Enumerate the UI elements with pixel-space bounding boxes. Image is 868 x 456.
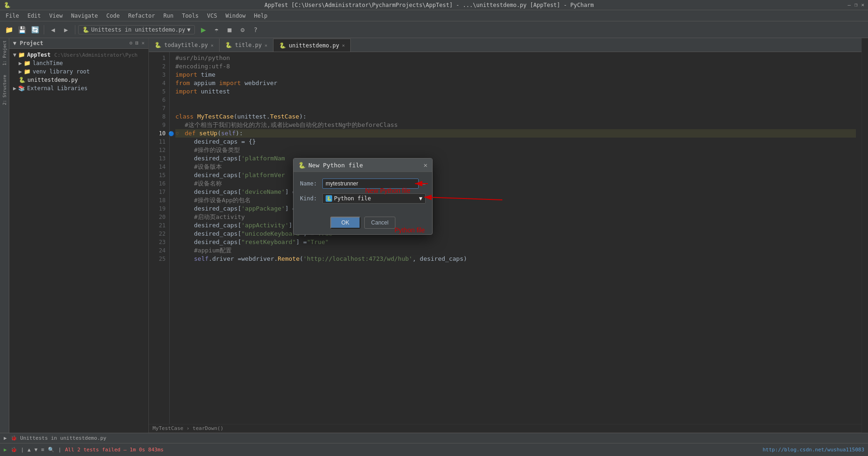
- menu-help[interactable]: Help: [250, 12, 271, 20]
- dialog-name-input[interactable]: [322, 178, 419, 189]
- toolbar-back-btn[interactable]: ◀: [47, 24, 59, 36]
- dialog-cancel-btn[interactable]: Cancel: [364, 217, 395, 229]
- lanchtime-label: lanchTime: [33, 60, 63, 66]
- menu-vcs[interactable]: VCS: [203, 12, 221, 20]
- toolbar-save-btn[interactable]: 💾: [16, 24, 28, 36]
- dialog-close-btn[interactable]: ✕: [424, 161, 427, 169]
- run-status-label: 🐞 Unittests in unittestdemo.py: [11, 435, 107, 441]
- tree-item-apptest[interactable]: ▼ 📁 AppTest C:\Users\Administrator\Pych: [9, 51, 148, 59]
- code-line-22: desired_caps["unicodeKeyboard"] = "True": [175, 230, 856, 238]
- dialog-title-icon: 🐍: [298, 162, 306, 169]
- tree-item-external-libs[interactable]: ▶ 📚 External Libraries: [9, 84, 148, 93]
- menu-bar: File Edit View Navigate Code Refactor Ru…: [0, 10, 868, 21]
- menu-navigate[interactable]: Navigate: [67, 12, 102, 20]
- coverage2-btn[interactable]: ⚙: [237, 24, 249, 36]
- toolbar-project-btn[interactable]: 📁: [3, 24, 15, 36]
- extlibs-folder-icon: 📚: [18, 85, 25, 92]
- dialog-kind-value: Python file: [334, 195, 371, 202]
- new-python-file-dialog[interactable]: 🐍 New Python file ✕ Name: ⇔ Kind: 🐍 Pyth…: [293, 158, 433, 235]
- extlibs-expand-icon: ▶: [13, 85, 16, 92]
- line-num-8: 8: [149, 112, 166, 121]
- bottom-nav-left[interactable]: ≡: [41, 447, 45, 453]
- line-numbers: 1 2 3 4 5 6 7 8 9 10 🔵 ♡ 11 12 13 14 15: [149, 52, 170, 424]
- tab-bar: 🐍 todaytitle.py ✕ 🐍 title.py ✕ 🐍 unittes…: [149, 38, 861, 52]
- bottom-nav-up[interactable]: ▲: [27, 447, 31, 453]
- tab-todaytitle-close[interactable]: ✕: [211, 43, 214, 48]
- unittestdemo-label: unittestdemo.py: [27, 77, 78, 83]
- breadcrumb: MyTestCase › tearDown(): [149, 424, 861, 433]
- apptest-expand-icon: ▼: [13, 52, 16, 58]
- project-label-text: ▼ Project: [13, 40, 43, 46]
- run-icon[interactable]: ▶: [4, 447, 7, 453]
- run-config-selector[interactable]: 🐍 Unittests in unittestdemo.py ▼: [78, 25, 195, 34]
- dialog-name-label: Name:: [300, 180, 319, 187]
- code-line-1: #usr/bin/python: [175, 54, 856, 62]
- sidebar-project-tab[interactable]: 1: Project: [0, 40, 9, 66]
- line-num-19: 19: [149, 205, 166, 213]
- line-num-9: 9: [149, 121, 166, 129]
- tree-item-unittestdemo[interactable]: 🐍 unittestdemo.py: [9, 76, 148, 84]
- tab-todaytitle-icon: 🐍: [154, 42, 161, 48]
- window-controls[interactable]: — ❐ ✕: [848, 2, 864, 8]
- help-btn[interactable]: ?: [250, 24, 262, 36]
- toolbar-sync-btn[interactable]: 🔄: [29, 24, 41, 36]
- run-status-icon[interactable]: ▶: [4, 435, 7, 441]
- apptest-folder-icon: 📁: [18, 52, 25, 58]
- project-settings-icon[interactable]: ⚙ ⊞ ✕: [129, 40, 145, 46]
- code-editor: 1 2 3 4 5 6 7 8 9 10 🔵 ♡ 11 12 13 14 15: [149, 52, 861, 424]
- code-content[interactable]: #usr/bin/python #encoding:utf-8 import t…: [170, 52, 861, 424]
- run-button[interactable]: ▶: [198, 24, 210, 36]
- run-bottom-icon: 🐞: [11, 447, 17, 453]
- tab-unittestdemo-label: unittestdemo.py: [289, 42, 339, 49]
- test-status: All 2 tests failed – 1m 0s 843ms: [65, 447, 164, 453]
- code-line-7: [175, 104, 856, 112]
- menu-edit[interactable]: Edit: [24, 12, 45, 20]
- code-line-15: desired_caps['platformVer: [175, 171, 856, 179]
- run-config-dropdown-icon: ▼: [187, 26, 190, 33]
- code-line-14: #设备版本: [175, 163, 856, 171]
- menu-run[interactable]: Run: [160, 12, 177, 20]
- dialog-ok-btn[interactable]: OK: [330, 217, 361, 229]
- line-num-25: 25: [149, 255, 166, 263]
- line-num-4: 4: [149, 79, 166, 87]
- tab-todaytitle-label: todaytitle.py: [164, 42, 208, 48]
- tab-unittestdemo[interactable]: 🐍 unittestdemo.py ✕: [274, 39, 351, 52]
- menu-refactor[interactable]: Refactor: [124, 12, 159, 20]
- editor-area: 🐍 todaytitle.py ✕ 🐍 title.py ✕ 🐍 unittes…: [149, 38, 861, 433]
- menu-tools[interactable]: Tools: [178, 12, 202, 20]
- minimize-btn[interactable]: —: [848, 2, 851, 8]
- unittestdemo-icon: 🐍: [19, 77, 26, 83]
- close-btn[interactable]: ✕: [861, 2, 864, 8]
- dialog-name-ext-icon[interactable]: ⇔: [422, 180, 426, 187]
- sidebar-structure-tab[interactable]: 2: Structure: [0, 76, 9, 104]
- tab-todaytitle[interactable]: 🐍 todaytitle.py ✕: [149, 39, 220, 52]
- stop-btn[interactable]: ■: [224, 24, 236, 36]
- project-tree: ▼ 📁 AppTest C:\Users\Administrator\Pych …: [9, 49, 148, 433]
- tab-title-close[interactable]: ✕: [265, 43, 267, 48]
- maximize-btn[interactable]: ❐: [855, 2, 858, 8]
- menu-code[interactable]: Code: [103, 12, 124, 20]
- url-link[interactable]: http://blog.csdn.net/wushua115083: [762, 447, 864, 453]
- code-line-13: desired_caps['platformNam: [175, 154, 856, 163]
- line-num-23: 23: [149, 238, 166, 246]
- dialog-kind-select[interactable]: 🐍 Python file ▼: [322, 193, 426, 204]
- tab-title[interactable]: 🐍 title.py ✕: [220, 39, 274, 52]
- dialog-buttons: OK Cancel: [294, 213, 432, 234]
- bottom-nav-down[interactable]: ▼: [34, 447, 38, 453]
- venv-folder-icon: 📁: [24, 68, 31, 75]
- app-icon: 🐍: [4, 2, 11, 8]
- bottom-filter[interactable]: 🔍: [48, 447, 54, 453]
- tree-item-lanchtime[interactable]: ▶ 📁 lanchTime: [9, 59, 148, 67]
- menu-view[interactable]: View: [46, 12, 67, 20]
- line-num-6: 6: [149, 96, 166, 104]
- code-line-9: #这个相当于我们初始化的方法,或者比web自动化的testNg中的beforeC…: [175, 121, 856, 129]
- dialog-kind-label: Kind:: [300, 195, 319, 202]
- toolbar-forward-btn[interactable]: ▶: [60, 24, 72, 36]
- tree-item-venv[interactable]: ▶ 📁 venv library root: [9, 67, 148, 76]
- coverage-btn[interactable]: ☂: [211, 24, 223, 36]
- menu-window[interactable]: Window: [222, 12, 249, 20]
- menu-file[interactable]: File: [2, 12, 23, 20]
- tab-unittestdemo-close[interactable]: ✕: [342, 43, 345, 48]
- tab-title-icon: 🐍: [225, 42, 232, 48]
- line-num-17: 17: [149, 188, 166, 196]
